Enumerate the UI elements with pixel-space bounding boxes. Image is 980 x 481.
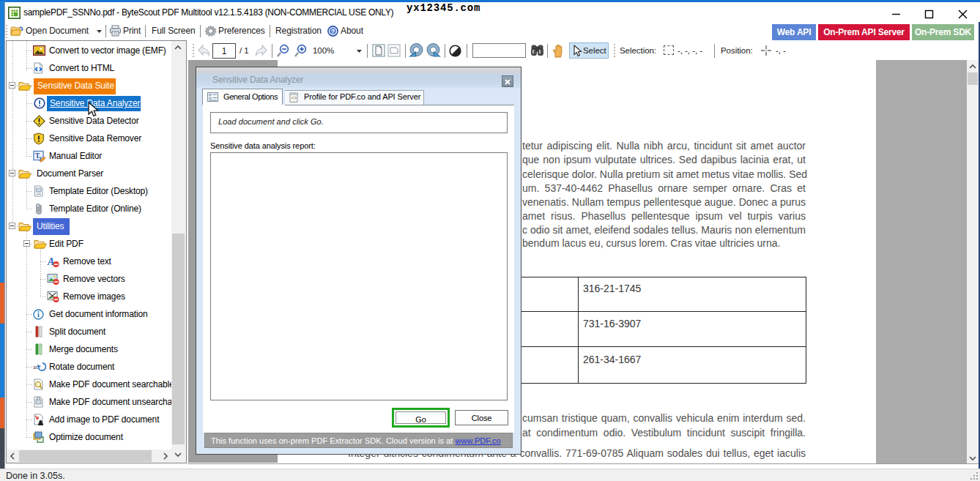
svg-text:A: A [47,256,54,267]
svg-text:<>: <> [292,95,297,100]
svg-text:?: ? [331,28,335,35]
